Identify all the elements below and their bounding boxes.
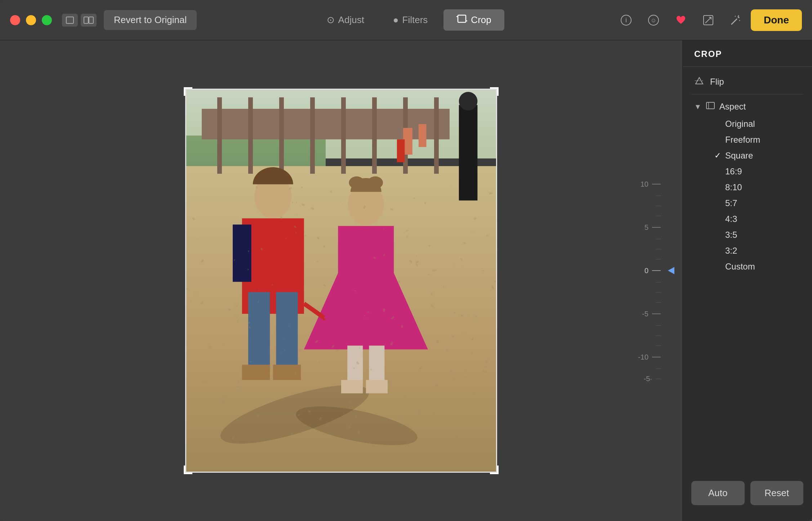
export-button[interactable] xyxy=(696,8,720,32)
sidebar-bottom-actions: Auto Reset xyxy=(683,474,812,512)
sidebar: CROP Flip ▼ xyxy=(682,40,812,521)
split-view-icon[interactable] xyxy=(81,14,97,27)
flip-icon xyxy=(694,76,704,88)
done-button[interactable]: Done xyxy=(751,9,802,31)
crop-handle-br[interactable] xyxy=(490,466,499,474)
aspect-option-8-10[interactable]: 8:10 xyxy=(709,179,812,195)
dial-mark-minor11 xyxy=(635,330,661,340)
dial-mark-neg10: -10 xyxy=(631,351,661,364)
filters-tab[interactable]: ● Filters xyxy=(380,9,441,31)
aspect-icon xyxy=(706,101,715,112)
dial-mark-neg5: -5 xyxy=(631,307,661,320)
toolbar-tabs: ⊙ Adjust ● Filters Crop xyxy=(211,9,607,31)
dial-mark-minor13 xyxy=(635,364,661,374)
dial-mark-0: 0 xyxy=(631,264,661,277)
dial-mark-minor12 xyxy=(635,340,661,351)
dial-mark-minor14: -5· xyxy=(635,374,661,384)
divider xyxy=(691,94,803,94)
magic-wand-button[interactable] xyxy=(723,8,748,32)
aspect-options-list: Original Freeform ✓ Square 16:9 xyxy=(683,116,812,275)
app-window: Revert to Original ⊙ Adjust ● Filters Cr… xyxy=(0,0,812,521)
dial-mark-minor5 xyxy=(635,244,661,254)
crop-tab[interactable]: Crop xyxy=(443,9,504,31)
info-button[interactable]: i xyxy=(614,8,638,32)
crop-handle-tr[interactable] xyxy=(490,87,499,96)
close-button[interactable] xyxy=(10,15,20,25)
dial-mark-minor3 xyxy=(635,211,661,221)
reset-button[interactable]: Reset xyxy=(750,481,804,505)
crop-handle-tl[interactable] xyxy=(184,87,192,96)
aspect-option-square[interactable]: ✓ Square xyxy=(709,148,812,164)
dial-mark-minor7 xyxy=(635,277,661,287)
dial-mark-minor4 xyxy=(635,234,661,244)
svg-rect-18 xyxy=(706,102,714,109)
filters-icon: ● xyxy=(393,14,399,26)
check-square: ✓ xyxy=(714,151,725,160)
share-button[interactable]: ☺ xyxy=(641,8,666,32)
dial-mark-minor2 xyxy=(635,201,661,211)
photo-wrapper xyxy=(185,89,497,473)
flip-label: Flip xyxy=(710,77,724,87)
dial-indicator-arrow xyxy=(668,267,674,274)
dial-mark-minor10 xyxy=(635,320,661,330)
svg-line-15 xyxy=(739,20,740,21)
flip-section: Flip ▼ Aspect xyxy=(683,67,812,280)
aspect-option-3-2[interactable]: 3:2 xyxy=(709,243,812,259)
traffic-lights xyxy=(10,15,52,25)
aspect-option-3-5[interactable]: 3:5 xyxy=(709,227,812,243)
svg-text:i: i xyxy=(625,17,627,24)
photo-canvas xyxy=(185,89,497,473)
aspect-option-4-3[interactable]: 4:3 xyxy=(709,211,812,227)
svg-text:☺: ☺ xyxy=(651,17,656,23)
aspect-chevron-icon: ▼ xyxy=(694,103,701,111)
toolbar-right: i ☺ Done xyxy=(614,8,802,32)
crop-panel-title: CROP xyxy=(683,49,812,67)
flip-row[interactable]: Flip xyxy=(683,72,812,91)
favorite-button[interactable] xyxy=(669,8,693,32)
titlebar: Revert to Original ⊙ Adjust ● Filters Cr… xyxy=(0,0,812,40)
svg-rect-1 xyxy=(84,17,88,23)
main-content: 10 5 xyxy=(0,40,812,521)
adjust-tab[interactable]: ⊙ Adjust xyxy=(314,9,377,31)
dial-mark-5: 5 xyxy=(631,221,661,234)
maximize-button[interactable] xyxy=(42,15,52,25)
auto-button[interactable]: Auto xyxy=(691,481,745,505)
svg-line-12 xyxy=(738,17,739,18)
window-view-controls xyxy=(62,14,97,27)
aspect-option-custom[interactable]: Custom xyxy=(709,259,812,275)
svg-rect-2 xyxy=(89,17,93,23)
svg-rect-3 xyxy=(458,15,466,22)
minimize-button[interactable] xyxy=(26,15,36,25)
adjust-icon: ⊙ xyxy=(327,14,335,26)
dial-mark-minor6 xyxy=(635,254,661,264)
dial-mark-minor9 xyxy=(635,297,661,307)
aspect-option-5-7[interactable]: 5:7 xyxy=(709,195,812,211)
single-view-icon[interactable] xyxy=(62,14,78,27)
rotation-dial[interactable]: 10 5 xyxy=(631,173,661,389)
crop-icon xyxy=(456,14,467,26)
svg-line-14 xyxy=(735,16,736,17)
dial-mark-10: 10 xyxy=(631,178,661,191)
aspect-option-original[interactable]: Original xyxy=(709,116,812,132)
svg-rect-0 xyxy=(66,17,73,23)
photo-area: 10 5 xyxy=(0,40,682,521)
dial-mark-minor8 xyxy=(635,287,661,297)
aspect-option-16-9[interactable]: 16:9 xyxy=(709,164,812,179)
aspect-option-freeform[interactable]: Freeform xyxy=(709,132,812,148)
svg-line-11 xyxy=(731,19,737,25)
aspect-header[interactable]: ▼ Aspect xyxy=(683,97,812,116)
revert-button[interactable]: Revert to Original xyxy=(104,10,197,30)
aspect-label: Aspect xyxy=(719,102,746,112)
dial-mark-minor1 xyxy=(635,191,661,201)
crop-handle-bl[interactable] xyxy=(184,466,192,474)
